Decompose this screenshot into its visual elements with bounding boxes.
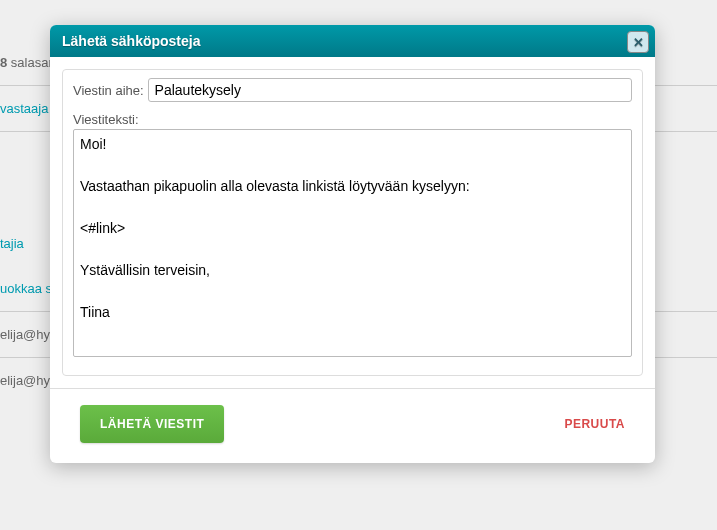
close-button[interactable]: ✕ <box>627 31 649 53</box>
bg-link-uokkaa[interactable]: uokkaa s <box>0 281 52 296</box>
send-email-dialog: Lähetä sähköposteja ✕ Viestin aihe: Vies… <box>50 25 655 463</box>
bg-email-2: elija@hy <box>0 373 50 388</box>
close-icon: ✕ <box>633 35 644 50</box>
bg-text: salasar <box>7 55 53 70</box>
dialog-footer: LÄHETÄ VIESTIT PERUUTA <box>50 388 655 463</box>
body-textarea[interactable] <box>73 129 632 357</box>
subject-input[interactable] <box>148 78 632 102</box>
bg-link-vastaaja[interactable]: vastaaja <box>0 101 48 116</box>
subject-label: Viestin aihe: <box>73 83 144 98</box>
bg-link-tajia[interactable]: tajia <box>0 236 24 251</box>
dialog-body: Viestin aihe: Viestiteksti: <box>50 57 655 388</box>
bg-email-1: elija@hy <box>0 327 50 342</box>
cancel-button[interactable]: PERUUTA <box>564 417 625 431</box>
send-button[interactable]: LÄHETÄ VIESTIT <box>80 405 224 443</box>
form-box: Viestin aihe: Viestiteksti: <box>62 69 643 376</box>
subject-row: Viestin aihe: <box>73 78 632 102</box>
dialog-title: Lähetä sähköposteja <box>62 33 201 49</box>
body-label: Viestiteksti: <box>73 112 632 127</box>
dialog-titlebar: Lähetä sähköposteja ✕ <box>50 25 655 57</box>
